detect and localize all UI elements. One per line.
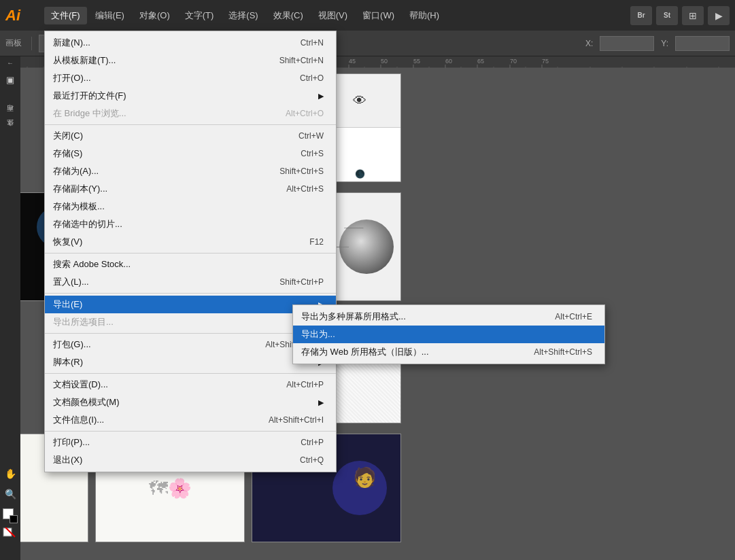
svg-text:45: 45	[349, 58, 356, 65]
menu-new[interactable]: 新建(N)... Ctrl+N	[45, 34, 336, 52]
sep1	[45, 124, 336, 125]
menu-effect[interactable]: 效果(C)	[267, 7, 310, 24]
bridge-btn[interactable]: Br	[630, 6, 652, 25]
menu-save-copy[interactable]: 存储副本(Y)... Alt+Ctrl+S	[45, 180, 336, 198]
panel-top-label: ←	[7, 59, 14, 67]
menubar: Ai 文件(F) 编辑(E) 对象(O) 文字(T) 选择(S) 效果(C) 视…	[0, 0, 735, 31]
menu-recent[interactable]: 最近打开的文件(F) ▶	[45, 87, 336, 105]
export-submenu: 导出为多种屏幕所用格式... Alt+Ctrl+E 导出为... 存储为 Web…	[292, 304, 605, 364]
svg-text:55: 55	[413, 58, 420, 65]
menu-bridge: 在 Bridge 中浏览... Alt+Ctrl+O	[45, 105, 336, 122]
svg-text:70: 70	[510, 58, 517, 65]
tool-hand[interactable]: ✋	[1, 465, 19, 483]
menu-save-slices[interactable]: 存储选中的切片...	[45, 215, 336, 233]
menu-help[interactable]: 帮助(H)	[403, 7, 446, 24]
tool-artboard[interactable]: ▣	[1, 71, 19, 88]
menu-close[interactable]: 关闭(C) Ctrl+W	[45, 127, 336, 145]
sep3	[45, 293, 336, 294]
menu-print[interactable]: 打印(P)... Ctrl+P	[45, 434, 336, 451]
menu-file-info[interactable]: 文件信息(I)... Alt+Shift+Ctrl+I	[45, 411, 336, 429]
svg-text:65: 65	[477, 58, 484, 65]
menu-doc-settings[interactable]: 文档设置(D)... Alt+Ctrl+P	[45, 376, 336, 393]
color-swatches[interactable]	[3, 508, 18, 523]
share-btn[interactable]: ▶	[708, 6, 730, 25]
menu-items: 文件(F) 编辑(E) 对象(O) 文字(T) 选择(S) 效果(C) 视图(V…	[44, 7, 630, 24]
menu-save-as[interactable]: 存储为(A)... Shift+Ctrl+S	[45, 162, 336, 180]
menu-save-template[interactable]: 存储为模板...	[45, 198, 336, 215]
y-label: Y:	[661, 39, 668, 48]
menu-file[interactable]: 文件(F)	[44, 7, 87, 24]
svg-text:75: 75	[542, 58, 549, 65]
menu-edit[interactable]: 编辑(E)	[88, 7, 131, 24]
sep5	[45, 373, 336, 374]
menu-revert[interactable]: 恢复(V) F12	[45, 233, 336, 251]
export-screens-item[interactable]: 导出为多种屏幕所用格式... Alt+Ctrl+E	[293, 308, 604, 326]
x-input[interactable]	[600, 36, 654, 51]
fill-stroke-indicator	[3, 527, 18, 540]
menu-window[interactable]: 窗口(W)	[356, 7, 401, 24]
menubar-right: Br St ⊞ ▶	[630, 6, 730, 25]
file-dropdown: 新建(N)... Ctrl+N 从模板新建(T)... Shift+Ctrl+N…	[44, 31, 337, 472]
menu-new-template[interactable]: 从模板新建(T)... Shift+Ctrl+N	[45, 52, 336, 69]
panel-label-toolbar: 画板	[5, 37, 22, 49]
menu-select[interactable]: 选择(S)	[222, 7, 264, 24]
menu-view[interactable]: 视图(V)	[311, 7, 354, 24]
sep6	[45, 431, 336, 432]
menu-object[interactable]: 对象(O)	[133, 7, 177, 24]
menu-open[interactable]: 打开(O)... Ctrl+O	[45, 69, 336, 87]
menu-text[interactable]: 文字(T)	[178, 7, 221, 24]
tool-zoom[interactable]: 🔍	[1, 485, 19, 503]
y-input[interactable]	[675, 36, 730, 51]
x-label: X:	[585, 39, 593, 48]
save-web-item[interactable]: 存储为 Web 所用格式（旧版）... Alt+Shift+Ctrl+S	[293, 343, 604, 361]
app-logo: Ai	[5, 7, 36, 24]
left-tools-panel: ← ▣ 画布 立体 ✋ 🔍	[0, 56, 20, 560]
stock-btn[interactable]: St	[656, 6, 678, 25]
sep2	[45, 253, 336, 253]
menu-place[interactable]: 置入(L)... Shift+Ctrl+P	[45, 273, 336, 291]
menu-doc-color[interactable]: 文档颜色模式(M) ▶	[45, 393, 336, 411]
svg-text:60: 60	[445, 58, 452, 65]
menu-save[interactable]: 存储(S) Ctrl+S	[45, 145, 336, 162]
menu-quit[interactable]: 退出(X) Ctrl+Q	[45, 451, 336, 469]
workspace-btn[interactable]: ⊞	[682, 6, 704, 25]
menu-search-stock[interactable]: 搜索 Adobe Stock...	[45, 256, 336, 273]
export-as-item[interactable]: 导出为...	[293, 326, 604, 343]
svg-text:50: 50	[381, 58, 388, 65]
